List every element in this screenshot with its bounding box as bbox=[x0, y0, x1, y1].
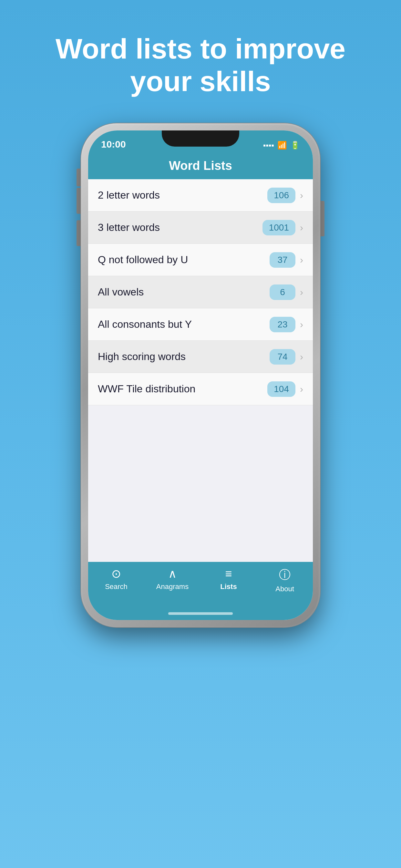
search-icon: ⊙ bbox=[112, 567, 121, 581]
list-item[interactable]: WWF Tile distribution 104 › bbox=[88, 373, 313, 405]
list-item-label: High scoring words bbox=[98, 351, 270, 363]
tab-about[interactable]: ⓘ About bbox=[257, 567, 313, 593]
list-item-label: All consonants but Y bbox=[98, 318, 270, 330]
chevron-right-icon: › bbox=[300, 287, 303, 298]
list-item-badge: 1001 bbox=[263, 220, 296, 236]
tab-search[interactable]: ⊙ Search bbox=[88, 567, 144, 591]
tab-search-label: Search bbox=[105, 583, 127, 591]
tab-lists-label: Lists bbox=[220, 583, 237, 591]
list-item-badge: 74 bbox=[270, 349, 296, 365]
chevron-right-icon: › bbox=[300, 383, 303, 395]
list-item[interactable]: 2 letter words 106 › bbox=[88, 179, 313, 212]
volume-down-button bbox=[76, 220, 81, 246]
list-item-label: All vowels bbox=[98, 286, 270, 298]
list-item-label: 3 letter words bbox=[98, 221, 263, 234]
list-item-label: WWF Tile distribution bbox=[98, 383, 267, 395]
hero-title: Word lists to improve your skills bbox=[0, 32, 401, 97]
anagrams-icon: ∧ bbox=[168, 567, 177, 581]
home-indicator bbox=[88, 607, 313, 620]
signal-icon: 📶 bbox=[277, 141, 287, 150]
home-bar bbox=[168, 612, 233, 615]
list-item-badge: 104 bbox=[267, 381, 296, 397]
silent-button bbox=[76, 168, 81, 186]
tab-anagrams-label: Anagrams bbox=[156, 583, 189, 591]
tab-anagrams[interactable]: ∧ Anagrams bbox=[144, 567, 201, 591]
phone-screen: 10:00 ▪▪▪▪ 📶 🔋 Word Lists 2 letter words… bbox=[88, 130, 313, 620]
word-list-content: 2 letter words 106 › 3 letter words 1001… bbox=[88, 179, 313, 562]
list-item-badge: 6 bbox=[270, 284, 296, 300]
list-item-badge: 23 bbox=[270, 317, 296, 332]
lists-icon: ≡ bbox=[225, 567, 232, 581]
tab-bar: ⊙ Search ∧ Anagrams ≡ Lists ⓘ About bbox=[88, 562, 313, 607]
chevron-right-icon: › bbox=[300, 319, 303, 330]
list-item-label: Q not followed by U bbox=[98, 254, 270, 266]
list-item[interactable]: All vowels 6 › bbox=[88, 276, 313, 308]
nav-title: Word Lists bbox=[169, 159, 232, 173]
phone-shell: 10:00 ▪▪▪▪ 📶 🔋 Word Lists 2 letter words… bbox=[81, 123, 320, 627]
battery-icon: 🔋 bbox=[290, 141, 300, 150]
notch bbox=[162, 130, 239, 147]
chevron-right-icon: › bbox=[300, 190, 303, 201]
chevron-right-icon: › bbox=[300, 351, 303, 362]
info-icon: ⓘ bbox=[279, 567, 290, 583]
chevron-right-icon: › bbox=[300, 222, 303, 233]
list-item-label: 2 letter words bbox=[98, 189, 267, 201]
list-item[interactable]: All consonants but Y 23 › bbox=[88, 308, 313, 341]
status-icons: ▪▪▪▪ 📶 🔋 bbox=[263, 141, 300, 150]
list-item[interactable]: High scoring words 74 › bbox=[88, 341, 313, 373]
tab-about-label: About bbox=[275, 585, 294, 593]
list-item-badge: 37 bbox=[270, 252, 296, 268]
status-time: 10:00 bbox=[101, 139, 126, 150]
list-item-badge: 106 bbox=[267, 188, 296, 203]
wifi-icon: ▪▪▪▪ bbox=[263, 141, 274, 150]
list-item[interactable]: Q not followed by U 37 › bbox=[88, 244, 313, 276]
phone-mockup: 10:00 ▪▪▪▪ 📶 🔋 Word Lists 2 letter words… bbox=[81, 123, 320, 627]
tab-lists[interactable]: ≡ Lists bbox=[201, 567, 257, 591]
navigation-bar: Word Lists bbox=[88, 153, 313, 179]
chevron-right-icon: › bbox=[300, 254, 303, 266]
power-button bbox=[320, 201, 325, 237]
list-item[interactable]: 3 letter words 1001 › bbox=[88, 212, 313, 244]
volume-up-button bbox=[76, 188, 81, 214]
